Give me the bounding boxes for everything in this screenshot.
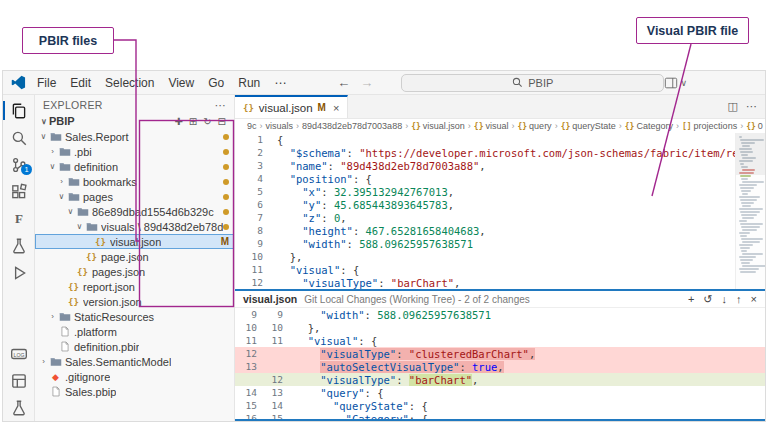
- git-modified-badge: M: [318, 102, 326, 113]
- minimap[interactable]: [735, 133, 765, 289]
- collapse-all-icon[interactable]: ⊟: [218, 116, 226, 127]
- menu-item-selection[interactable]: Selection: [98, 76, 161, 90]
- annotation-pbir-files-label: PBIR files: [39, 34, 97, 48]
- diff-row-ctx[interactable]: 1413 "query": {: [235, 386, 765, 399]
- code-editor[interactable]: 1{2 "$schema": "https://developer.micros…: [235, 133, 765, 289]
- tree-item-pages-json[interactable]: {}pages.json: [35, 264, 234, 279]
- tree-item-definition[interactable]: ∨definition: [35, 159, 234, 174]
- activity-experiments-icon[interactable]: [3, 394, 35, 421]
- previous-change-icon[interactable]: ↑: [736, 293, 742, 306]
- breadcrumb-item-query[interactable]: {}query: [517, 121, 551, 131]
- tree-item-page-json[interactable]: {}page.json: [35, 249, 234, 264]
- activity-search-icon[interactable]: [3, 124, 35, 151]
- tree-item-bookmarks[interactable]: ›bookmarks: [35, 174, 234, 189]
- tree-item-gitignore[interactable]: ◆.gitignore: [35, 369, 234, 384]
- diff-row-del[interactable]: 12 "visualType": "clusteredBarChart",: [235, 347, 765, 360]
- next-change-icon[interactable]: ↓: [722, 293, 728, 306]
- diff-row-ctx[interactable]: 1010 },: [235, 321, 765, 334]
- back-button[interactable]: ←: [337, 75, 350, 90]
- activity-run-debug-icon[interactable]: [3, 259, 35, 286]
- chevron-right-icon[interactable]: ›: [57, 177, 66, 186]
- tab-visual-json[interactable]: {} visual.json M ×: [235, 95, 348, 118]
- close-tab-icon[interactable]: ×: [333, 102, 339, 114]
- modified-dot-badge: [223, 209, 229, 215]
- diff-row-ctx[interactable]: 1514 "queryState": {: [235, 399, 765, 412]
- tree-item-pages[interactable]: ∨pages: [35, 189, 234, 204]
- tree-item-sales-semanticmodel[interactable]: ›Sales.SemanticModel: [35, 354, 234, 369]
- tree-item-86e89dbad1554d6b329c[interactable]: ∨86e89dbad1554d6b329c: [35, 204, 234, 219]
- close-icon[interactable]: ×: [751, 293, 757, 306]
- tree-item-staticresources[interactable]: ›StaticResources: [35, 309, 234, 324]
- tree-item-platform[interactable]: .platform: [35, 324, 234, 339]
- diff-row-ctx[interactable]: 99 "width": 588.09625957638571: [235, 308, 765, 321]
- diff-row-ctx[interactable]: 1111 "visual": {: [235, 334, 765, 347]
- breadcrumb-item-querystate[interactable]: {}queryState: [561, 121, 616, 131]
- discard-change-icon[interactable]: ↺: [703, 293, 712, 306]
- tree-item-visual-json[interactable]: {}visual.jsonM: [35, 234, 234, 249]
- breadcrumb-item-visual-json[interactable]: {}visual.json: [411, 121, 465, 131]
- refresh-icon[interactable]: ↻: [203, 116, 211, 127]
- code-line: 10 },: [235, 250, 765, 263]
- code-text: "height": 467.65281658404683,: [277, 225, 486, 237]
- activity-beaker-icon[interactable]: [3, 232, 35, 259]
- breadcrumb-item-9c[interactable]: 9c: [247, 121, 257, 131]
- chevron-down-icon[interactable]: ∨: [39, 132, 48, 141]
- tree-item-sales-report[interactable]: ∨Sales.Report: [35, 129, 234, 144]
- tree-item-report-json[interactable]: {}report.json: [35, 279, 234, 294]
- menu-item-file[interactable]: File: [30, 76, 63, 90]
- modified-dot-badge: [223, 224, 229, 230]
- tree-item-visuals-89d438d2eb78d7003[interactable]: ∨visuals \ 89d438d2eb78d7003...: [35, 219, 234, 234]
- symbol-icon: []: [682, 122, 692, 131]
- diff-row-del[interactable]: 13 "autoSelectVisualType": true,: [235, 360, 765, 373]
- chevron-right-icon[interactable]: ›: [48, 147, 57, 156]
- chevron-right-icon[interactable]: ›: [48, 312, 57, 321]
- menu-item-go[interactable]: Go: [201, 76, 231, 90]
- tree-item-version-json[interactable]: {}version.json: [35, 294, 234, 309]
- breadcrumb-item-visuals[interactable]: visuals: [266, 121, 294, 131]
- tree-item-definition-pbir[interactable]: definition.pbir: [35, 339, 234, 354]
- breadcrumb-item-category[interactable]: {}Category: [625, 121, 673, 131]
- chevron-down-icon[interactable]: ∨: [66, 207, 75, 216]
- more-actions-icon[interactable]: ⋯: [746, 100, 757, 113]
- stage-change-icon[interactable]: +: [688, 293, 694, 306]
- menu-item-view[interactable]: View: [161, 76, 201, 90]
- chevron-down-icon[interactable]: ∨: [75, 222, 84, 231]
- explorer-more-button[interactable]: ⋯: [215, 99, 226, 112]
- breadcrumb-item-projections[interactable]: []projections: [682, 121, 737, 131]
- breadcrumb-separator: ›: [510, 121, 515, 131]
- diff-row-add[interactable]: 12 "visualType": "barChart",: [235, 373, 765, 386]
- tree-item-pbi[interactable]: ›.pbi: [35, 144, 234, 159]
- modified-dot-badge: [223, 134, 229, 140]
- diff-row-ctx[interactable]: 1615 "Category": {: [235, 412, 765, 421]
- new-file-icon[interactable]: ✚: [174, 116, 182, 127]
- breadcrumb-item-89d438d2eb78d7003a88[interactable]: 89d438d2eb78d7003a88: [302, 121, 402, 131]
- menu-item-run[interactable]: Run: [231, 76, 267, 90]
- chevron-down-icon[interactable]: ∨: [57, 192, 66, 201]
- menu-item-edit[interactable]: Edit: [63, 76, 98, 90]
- code-token: :: [396, 374, 409, 386]
- activity-extensions-icon[interactable]: [3, 178, 35, 205]
- activity-source-control-icon[interactable]: 1: [3, 151, 35, 178]
- new-folder-icon[interactable]: ⊞: [189, 116, 197, 127]
- chevron-right-icon[interactable]: ›: [39, 357, 48, 366]
- vscode-window: FileEditSelectionViewGoRun⋯ ← → PBIP ∨ 1…: [2, 70, 766, 422]
- breadcrumb-item-visual[interactable]: {}visual: [474, 121, 509, 131]
- split-editor-icon[interactable]: ◫: [728, 100, 738, 113]
- explorer-section-pbip[interactable]: ∨ PBIP ✚⊞↻⊟: [35, 113, 234, 129]
- diff-code-text: "autoSelectVisualType": true,: [295, 361, 504, 373]
- tree-item-sales-pbip[interactable]: Sales.pbip: [35, 384, 234, 399]
- breadcrumb-item-0[interactable]: {}0: [746, 121, 763, 131]
- activity-explorer-icon[interactable]: [3, 97, 35, 124]
- breadcrumb-label: 9c: [247, 121, 257, 131]
- menu-item-[interactable]: ⋯: [267, 76, 293, 90]
- minimap-slider[interactable]: [736, 133, 765, 175]
- layout-toggle-button[interactable]: ∨: [664, 76, 687, 90]
- chevron-down-icon[interactable]: ∨: [48, 162, 57, 171]
- activity-output-log-icon[interactable]: LOG: [3, 340, 35, 367]
- diff-code-text: "width": 588.09625957638571: [295, 309, 491, 321]
- activity-layout-icon[interactable]: [3, 367, 35, 394]
- search-input[interactable]: PBIP: [401, 74, 664, 92]
- activity-fabric-icon[interactable]: F: [3, 205, 35, 232]
- search-icon: [512, 77, 523, 88]
- forward-button[interactable]: →: [360, 75, 373, 90]
